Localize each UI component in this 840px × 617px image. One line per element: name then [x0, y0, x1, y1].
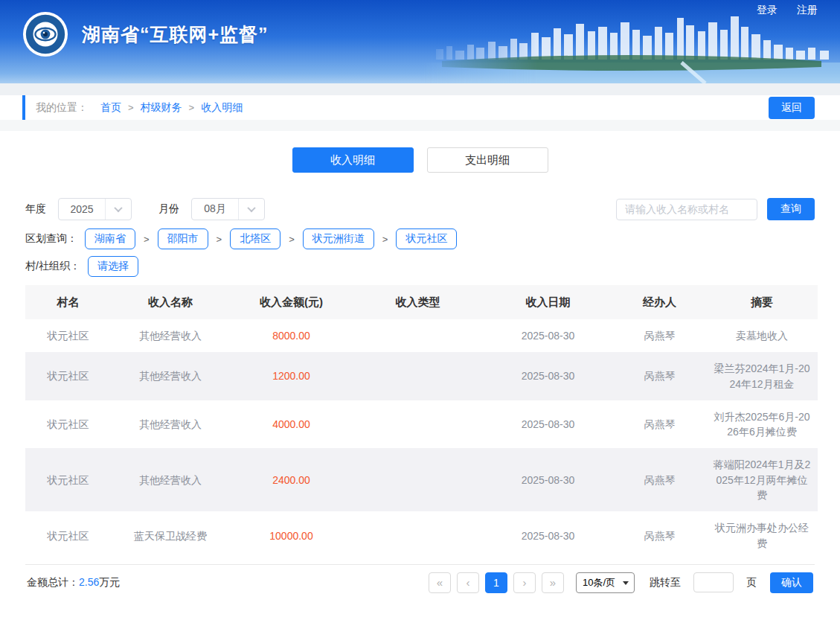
site-header: 登录 注册 湖南省“互联网+监督” — [0, 0, 840, 83]
breadcrumb-label: 我的位置： — [36, 101, 88, 115]
region-separator: > — [144, 234, 150, 245]
main-content: 收入明细 支出明细 年度 2025 月份 08月 查询 区划查询： 湖南省 > … — [0, 147, 840, 593]
month-select-value: 08月 — [192, 202, 238, 216]
table-row: 状元社区 蓝天保卫战经费 10000.00 2025-08-30 呙燕琴 状元洲… — [25, 511, 818, 560]
breadcrumb-separator: > — [128, 102, 134, 113]
region-pill-street[interactable]: 状元洲街道 — [303, 228, 374, 249]
header-gap-strip — [0, 83, 840, 95]
jump-to-label: 跳转至 — [650, 576, 681, 589]
back-button[interactable]: 返回 — [769, 97, 815, 119]
cell-village: 状元社区 — [25, 448, 111, 511]
search-input[interactable] — [616, 199, 757, 220]
table-header: 村名 收入名称 收入金额(元) 收入类型 收入日期 经办人 摘要 — [25, 285, 818, 319]
breadcrumb-home-link[interactable]: 首页 — [100, 101, 121, 115]
auth-links: 登录 注册 — [757, 4, 818, 17]
cell-income-name: 蓝天保卫战经费 — [111, 511, 230, 560]
page-number-button[interactable]: 1 — [485, 572, 507, 593]
breadcrumb-village-finance-link[interactable]: 村级财务 — [141, 101, 182, 115]
cell-handler: 呙燕琴 — [613, 511, 706, 560]
cell-village: 状元社区 — [25, 511, 111, 560]
region-separator: > — [289, 234, 295, 245]
register-link[interactable]: 注册 — [797, 4, 818, 17]
breadcrumb-accent-bar — [22, 95, 25, 120]
site-logo-eye-icon — [22, 11, 68, 57]
jump-page-input[interactable] — [693, 572, 734, 592]
region-pill-city[interactable]: 邵阳市 — [158, 228, 208, 249]
next-page-button[interactable]: › — [513, 572, 536, 593]
amount-total-label: 金额总计： — [27, 576, 79, 588]
year-select[interactable]: 2025 — [58, 198, 132, 220]
table-row: 状元社区 其他经营收入 2400.00 2025-08-30 呙燕琴 蒋端阳20… — [25, 448, 818, 511]
filter-row: 年度 2025 月份 08月 查询 — [25, 198, 815, 220]
col-income-type: 收入类型 — [353, 285, 483, 319]
region-pill-district[interactable]: 北塔区 — [230, 228, 280, 249]
cell-income-type — [353, 352, 483, 400]
cell-income-date: 2025-08-30 — [483, 319, 613, 352]
region-pill-province[interactable]: 湖南省 — [85, 228, 135, 249]
cell-handler: 呙燕琴 — [613, 400, 706, 449]
breadcrumb-gap-strip — [0, 120, 840, 131]
region-separator: > — [217, 234, 222, 245]
org-label: 村/社组织： — [25, 260, 80, 273]
cell-income-type — [353, 511, 483, 560]
breadcrumb-separator: > — [189, 102, 195, 113]
pagination: « ‹ 1 › » 10条/页 跳转至 页 确认 — [429, 572, 813, 593]
tab-expense-detail[interactable]: 支出明细 — [427, 147, 548, 173]
page-size-select[interactable]: 10条/页 — [576, 572, 635, 593]
search-box: 查询 — [616, 198, 815, 220]
org-select-pill[interactable]: 请选择 — [88, 256, 138, 277]
cell-income-date: 2025-08-30 — [483, 400, 613, 449]
login-link[interactable]: 登录 — [757, 4, 778, 17]
cell-amount: 10000.00 — [230, 511, 353, 560]
amount-total-unit: 万元 — [99, 576, 120, 588]
tab-bar: 收入明细 支出明细 — [25, 147, 815, 173]
cell-income-date: 2025-08-30 — [483, 448, 613, 511]
cell-handler: 呙燕琴 — [613, 319, 706, 352]
amount-total-value: 2.56 — [79, 576, 99, 588]
col-summary: 摘要 — [706, 285, 818, 319]
org-filter-row: 村/社组织： 请选择 — [25, 256, 815, 277]
cell-village: 状元社区 — [25, 400, 111, 449]
tab-income-detail[interactable]: 收入明细 — [292, 147, 414, 173]
region-separator: > — [382, 234, 388, 245]
cell-income-name: 其他经营收入 — [111, 352, 230, 400]
year-select-value: 2025 — [59, 203, 105, 215]
cell-handler: 呙燕琴 — [613, 448, 706, 511]
search-button[interactable]: 查询 — [767, 198, 815, 220]
cell-amount: 8000.00 — [230, 319, 353, 352]
month-select[interactable]: 08月 — [191, 198, 265, 220]
breadcrumb: 我的位置： 首页 > 村级财务 > 收入明细 返回 — [0, 95, 840, 120]
last-page-button[interactable]: » — [542, 572, 564, 593]
breadcrumb-income-detail-link[interactable]: 收入明细 — [201, 101, 243, 115]
region-label: 区划查询： — [25, 232, 77, 246]
table-row: 状元社区 其他经营收入 8000.00 2025-08-30 呙燕琴 卖墓地收入 — [25, 319, 818, 352]
amount-total: 金额总计：2.56万元 — [27, 576, 120, 589]
col-income-name: 收入名称 — [111, 285, 230, 319]
cell-income-date: 2025-08-30 — [483, 352, 613, 400]
year-label: 年度 — [25, 202, 46, 216]
chevron-down-icon — [239, 199, 264, 220]
cityscape-image — [420, 7, 840, 83]
cell-amount: 2400.00 — [230, 448, 353, 511]
chevron-down-icon — [106, 199, 131, 220]
confirm-button[interactable]: 确认 — [770, 572, 813, 593]
first-page-button[interactable]: « — [429, 572, 451, 593]
cell-amount: 1200.00 — [230, 352, 353, 400]
cell-amount: 4000.00 — [230, 400, 353, 449]
cell-income-type — [353, 448, 483, 511]
month-label: 月份 — [158, 202, 179, 216]
prev-page-button[interactable]: ‹ — [457, 572, 479, 593]
col-amount: 收入金额(元) — [230, 285, 353, 319]
jump-page-unit: 页 — [746, 576, 757, 589]
cell-summary: 蒋端阳2024年1月及2025年12月两年摊位费 — [706, 448, 818, 511]
cell-income-type — [353, 319, 483, 352]
col-village: 村名 — [25, 285, 111, 319]
col-handler: 经办人 — [613, 285, 706, 319]
table-row: 状元社区 其他经营收入 1200.00 2025-08-30 呙燕琴 梁兰芬20… — [25, 352, 818, 400]
cell-summary: 卖墓地收入 — [706, 319, 818, 352]
cell-income-date: 2025-08-30 — [483, 511, 613, 560]
brand: 湖南省“互联网+监督” — [22, 11, 269, 57]
cell-income-type — [353, 400, 483, 449]
region-pill-community[interactable]: 状元社区 — [396, 228, 457, 249]
cell-village: 状元社区 — [25, 319, 111, 352]
